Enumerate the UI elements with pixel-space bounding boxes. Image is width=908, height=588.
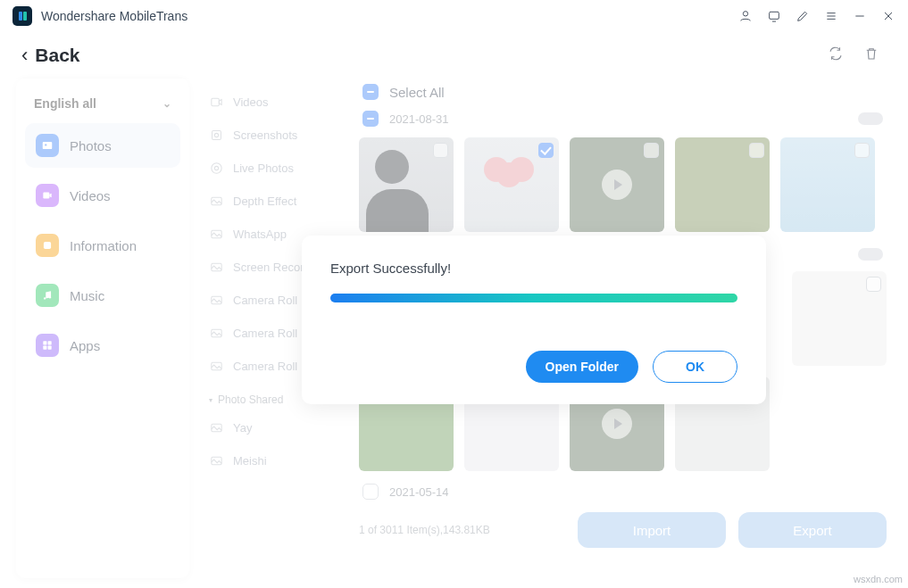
export-success-modal: Export Successfully! Open Folder OK [302, 236, 766, 404]
app-logo [12, 6, 32, 26]
svg-rect-1 [770, 12, 779, 19]
svg-point-0 [743, 12, 747, 16]
feedback-icon[interactable] [767, 9, 781, 23]
hamburger-icon[interactable] [824, 9, 838, 23]
refresh-icon[interactable] [828, 46, 844, 65]
trash-icon[interactable] [863, 46, 879, 65]
ok-button[interactable]: OK [653, 351, 737, 383]
ok-label: OK [686, 360, 704, 374]
back-chevron-icon[interactable]: ‹ [21, 46, 28, 65]
open-folder-button[interactable]: Open Folder [526, 351, 638, 383]
close-icon[interactable] [881, 9, 896, 23]
edit-icon[interactable] [796, 9, 810, 23]
minimize-icon[interactable] [853, 9, 867, 23]
watermark: wsxdn.com [854, 574, 903, 584]
progress-bar [330, 294, 737, 302]
open-folder-label: Open Folder [546, 360, 619, 374]
back-label[interactable]: Back [35, 45, 79, 66]
user-icon[interactable] [738, 9, 753, 23]
back-bar: ‹ Back [0, 32, 908, 79]
titlebar: Wondershare MobileTrans [0, 0, 908, 32]
modal-title: Export Successfully! [330, 261, 737, 276]
app-title: Wondershare MobileTrans [41, 9, 187, 23]
